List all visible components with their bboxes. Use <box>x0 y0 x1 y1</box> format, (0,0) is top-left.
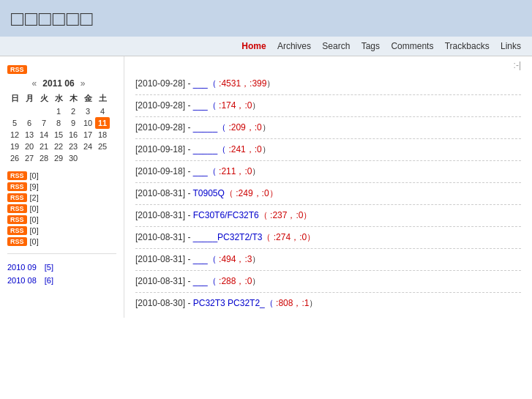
rss-count: [0] <box>30 171 39 180</box>
navbar: Home Archives Search Tags Comments Track… <box>0 37 532 56</box>
cal-cell[interactable]: 23 <box>66 141 80 152</box>
cal-cell[interactable]: 28 <box>37 152 51 164</box>
cal-cell[interactable]: 17 <box>80 129 95 141</box>
rss-badge[interactable]: RSS <box>7 182 27 191</box>
post-meta: :211，:0 <box>217 166 252 176</box>
post-meta: :808，:1 <box>274 298 310 308</box>
sidebar-rss-item: RSS [0] <box>7 171 116 180</box>
post-suffix: ） <box>252 276 261 286</box>
rss-badge[interactable]: RSS <box>7 226 27 235</box>
cal-next[interactable]: » <box>80 78 86 89</box>
cal-cell[interactable]: 10 <box>80 117 95 129</box>
rss-badge[interactable]: RSS <box>7 237 27 246</box>
cal-cell[interactable]: 25 <box>95 141 110 152</box>
rss-badge[interactable]: RSS <box>7 193 27 202</box>
cal-week-3: 12 13 14 15 16 17 18 <box>7 129 110 141</box>
header: □□□□□□ <box>0 0 532 37</box>
cal-cell[interactable]: 5 <box>7 117 22 129</box>
cal-today[interactable]: 11 <box>95 117 110 129</box>
cal-cell[interactable]: 29 <box>51 152 66 164</box>
cal-cell[interactable]: 3 <box>80 105 95 117</box>
archive-links: 2010 09 [5] 2010 08 [6] <box>7 253 116 286</box>
cal-week-2: 5 6 7 8 9 10 11 <box>7 117 110 129</box>
nav-search[interactable]: Search <box>322 41 350 51</box>
archive-link-2010-09[interactable]: 2010 09 [5] <box>7 262 116 273</box>
post-meta: （ :249，:0） <box>225 188 278 198</box>
post-date: [2010-08-31] - <box>135 276 193 286</box>
toolbar-icons: :-| <box>514 60 521 70</box>
post-title-link[interactable]: PC32T3 PC32T2_（ <box>193 298 274 308</box>
cal-cell[interactable]: 13 <box>22 129 37 141</box>
sidebar-rss-item: RSS [2] <box>7 193 116 202</box>
post-title[interactable]: ___（ <box>193 100 217 111</box>
archive-link-2010-08[interactable]: 2010 08 [6] <box>7 275 116 286</box>
calendar-header: « 2011 06 » <box>7 78 110 89</box>
cal-prev[interactable]: « <box>32 78 37 89</box>
nav-links[interactable]: Links <box>501 41 521 51</box>
post-title[interactable]: _____（ <box>193 144 226 154</box>
cal-cell[interactable]: 2 <box>66 105 80 117</box>
cal-cell[interactable]: 12 <box>7 129 22 141</box>
nav-home[interactable]: Home <box>241 41 266 51</box>
nav-trackbacks[interactable]: Trackbacks <box>445 41 490 51</box>
cal-cell <box>80 152 95 164</box>
post-title[interactable]: ___（ <box>193 78 217 89</box>
sidebar-rss-item: RSS [9] <box>7 182 116 191</box>
cal-cell[interactable]: 16 <box>66 129 80 141</box>
post-suffix: ） <box>252 166 261 176</box>
rss-badge[interactable]: RSS <box>7 215 27 224</box>
cal-cell[interactable]: 22 <box>51 141 66 152</box>
post-meta: （ :274，:0） <box>262 232 315 242</box>
post-date: [2010-08-30] - <box>135 298 193 308</box>
site-title: □□□□□□ <box>11 7 521 31</box>
cal-cell[interactable]: 19 <box>7 141 22 152</box>
nav-archives[interactable]: Archives <box>277 41 311 51</box>
post-date: [2010-08-31] - <box>135 210 193 220</box>
rss-badge[interactable]: RSS <box>7 204 27 213</box>
cal-cell[interactable]: 4 <box>95 105 110 117</box>
post-item-10: [2010-08-31] - ___（ :288，:0） <box>135 271 521 293</box>
post-title[interactable]: _____（ <box>193 122 226 133</box>
post-item-11: [2010-08-30] - PC32T3 PC32T2_（ :808，:1） <box>135 293 521 314</box>
post-title[interactable]: ___（ <box>193 254 217 264</box>
cal-cell[interactable]: 24 <box>80 141 95 152</box>
cal-cell[interactable]: 6 <box>22 117 37 129</box>
post-item-7: [2010-08-31] - FC30T6/FC32T6（ :237，:0） <box>135 205 521 227</box>
cal-cell[interactable]: 27 <box>22 152 37 164</box>
cal-week-1: 1 2 3 4 <box>7 105 110 117</box>
cal-cell[interactable]: 1 <box>51 105 66 117</box>
post-item-6: [2010-08-31] - T0905Q（ :249，:0） <box>135 183 521 205</box>
cal-cell[interactable]: 30 <box>66 152 80 164</box>
cal-cell[interactable]: 15 <box>51 129 66 141</box>
search-bar: :-| <box>135 60 521 70</box>
cal-cell[interactable]: 21 <box>37 141 51 152</box>
post-title[interactable]: ___（ <box>193 276 217 286</box>
post-meta: :494，:3 <box>217 254 252 264</box>
post-list: [2010-09-28] - ___（ :4531，:399） [2010-09… <box>135 73 521 314</box>
post-item-8: [2010-08-31] - _____PC32T2/T3（ :274，:0） <box>135 227 521 249</box>
nav-comments[interactable]: Comments <box>391 41 433 51</box>
cal-cell[interactable]: 7 <box>37 117 51 129</box>
cal-cell[interactable]: 9 <box>66 117 80 129</box>
cal-day-wed: 水 <box>51 92 66 105</box>
post-title[interactable]: ___（ <box>193 166 217 176</box>
nav-tags[interactable]: Tags <box>361 41 380 51</box>
cal-cell[interactable]: 18 <box>95 129 110 141</box>
sidebar-rss-item: RSS [0] <box>7 226 116 235</box>
cal-cell[interactable]: 20 <box>22 141 37 152</box>
cal-cell[interactable]: 8 <box>51 117 66 129</box>
rss-count: [2] <box>30 193 39 202</box>
post-title-link[interactable]: FC30T6/FC32T6 <box>193 210 259 220</box>
post-title-link[interactable]: _____PC32T2/T3 <box>193 232 263 242</box>
post-suffix: ） <box>252 254 261 264</box>
rss-badge[interactable]: RSS <box>7 171 27 180</box>
post-date: [2010-08-31] - <box>135 254 193 264</box>
cal-cell[interactable]: 26 <box>7 152 22 164</box>
post-title-link[interactable]: T0905Q <box>193 188 225 198</box>
sidebar-rss-item: RSS [0] <box>7 215 116 224</box>
cal-cell[interactable]: 14 <box>37 129 51 141</box>
rss-badge-top[interactable]: RSS <box>7 65 27 74</box>
post-item-5: [2010-09-18] - ___（ :211，:0） <box>135 161 521 183</box>
post-meta: :209，:0 <box>226 122 262 133</box>
cal-cell <box>37 105 51 117</box>
